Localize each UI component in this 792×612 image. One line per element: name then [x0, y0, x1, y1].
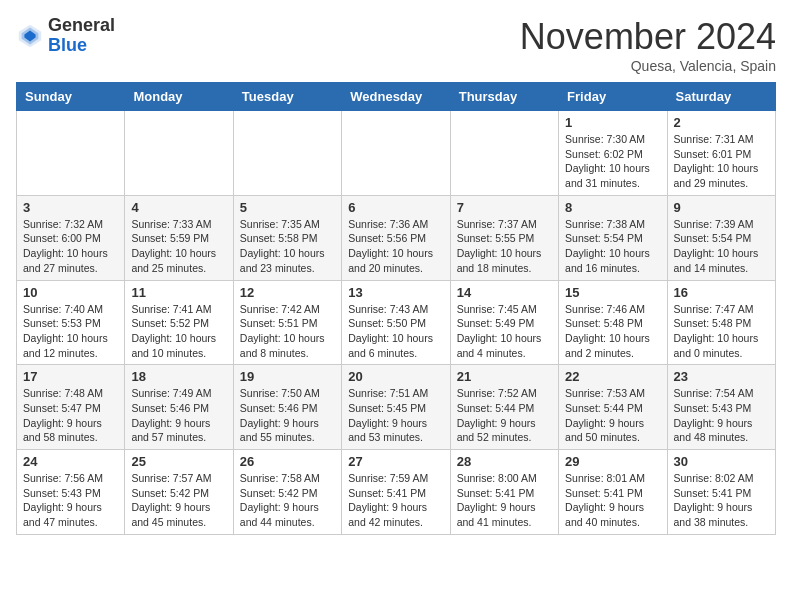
day-info: Sunrise: 7:51 AMSunset: 5:45 PMDaylight:…	[348, 386, 443, 445]
day-number: 4	[131, 200, 226, 215]
calendar-day-cell: 16Sunrise: 7:47 AMSunset: 5:48 PMDayligh…	[667, 280, 775, 365]
calendar-week-row: 10Sunrise: 7:40 AMSunset: 5:53 PMDayligh…	[17, 280, 776, 365]
calendar-day-cell: 3Sunrise: 7:32 AMSunset: 6:00 PMDaylight…	[17, 195, 125, 280]
day-info: Sunrise: 7:47 AMSunset: 5:48 PMDaylight:…	[674, 302, 769, 361]
calendar-day-cell: 27Sunrise: 7:59 AMSunset: 5:41 PMDayligh…	[342, 450, 450, 535]
calendar-week-row: 24Sunrise: 7:56 AMSunset: 5:43 PMDayligh…	[17, 450, 776, 535]
day-of-week-header: Thursday	[450, 83, 558, 111]
day-number: 15	[565, 285, 660, 300]
day-number: 16	[674, 285, 769, 300]
day-number: 26	[240, 454, 335, 469]
day-number: 28	[457, 454, 552, 469]
day-info: Sunrise: 7:30 AMSunset: 6:02 PMDaylight:…	[565, 132, 660, 191]
day-number: 7	[457, 200, 552, 215]
day-info: Sunrise: 7:32 AMSunset: 6:00 PMDaylight:…	[23, 217, 118, 276]
calendar-week-row: 3Sunrise: 7:32 AMSunset: 6:00 PMDaylight…	[17, 195, 776, 280]
day-number: 29	[565, 454, 660, 469]
day-info: Sunrise: 7:56 AMSunset: 5:43 PMDaylight:…	[23, 471, 118, 530]
day-number: 30	[674, 454, 769, 469]
calendar-day-cell: 25Sunrise: 7:57 AMSunset: 5:42 PMDayligh…	[125, 450, 233, 535]
calendar-day-cell: 7Sunrise: 7:37 AMSunset: 5:55 PMDaylight…	[450, 195, 558, 280]
day-of-week-header: Monday	[125, 83, 233, 111]
calendar-week-row: 17Sunrise: 7:48 AMSunset: 5:47 PMDayligh…	[17, 365, 776, 450]
calendar-day-cell: 14Sunrise: 7:45 AMSunset: 5:49 PMDayligh…	[450, 280, 558, 365]
day-info: Sunrise: 7:54 AMSunset: 5:43 PMDaylight:…	[674, 386, 769, 445]
day-info: Sunrise: 7:42 AMSunset: 5:51 PMDaylight:…	[240, 302, 335, 361]
day-info: Sunrise: 7:43 AMSunset: 5:50 PMDaylight:…	[348, 302, 443, 361]
calendar-day-cell: 29Sunrise: 8:01 AMSunset: 5:41 PMDayligh…	[559, 450, 667, 535]
page-header: General Blue November 2024 Quesa, Valenc…	[16, 16, 776, 74]
calendar-table: SundayMondayTuesdayWednesdayThursdayFrid…	[16, 82, 776, 535]
calendar-day-cell: 1Sunrise: 7:30 AMSunset: 6:02 PMDaylight…	[559, 111, 667, 196]
day-number: 18	[131, 369, 226, 384]
calendar-day-cell: 8Sunrise: 7:38 AMSunset: 5:54 PMDaylight…	[559, 195, 667, 280]
day-of-week-header: Saturday	[667, 83, 775, 111]
day-number: 21	[457, 369, 552, 384]
day-info: Sunrise: 7:57 AMSunset: 5:42 PMDaylight:…	[131, 471, 226, 530]
calendar-day-cell: 11Sunrise: 7:41 AMSunset: 5:52 PMDayligh…	[125, 280, 233, 365]
calendar-day-cell: 21Sunrise: 7:52 AMSunset: 5:44 PMDayligh…	[450, 365, 558, 450]
calendar-day-cell: 9Sunrise: 7:39 AMSunset: 5:54 PMDaylight…	[667, 195, 775, 280]
day-of-week-header: Tuesday	[233, 83, 341, 111]
day-number: 2	[674, 115, 769, 130]
calendar-day-cell: 13Sunrise: 7:43 AMSunset: 5:50 PMDayligh…	[342, 280, 450, 365]
calendar-day-cell: 24Sunrise: 7:56 AMSunset: 5:43 PMDayligh…	[17, 450, 125, 535]
day-number: 3	[23, 200, 118, 215]
calendar-day-cell: 10Sunrise: 7:40 AMSunset: 5:53 PMDayligh…	[17, 280, 125, 365]
day-of-week-header: Wednesday	[342, 83, 450, 111]
calendar-day-cell: 22Sunrise: 7:53 AMSunset: 5:44 PMDayligh…	[559, 365, 667, 450]
day-info: Sunrise: 7:45 AMSunset: 5:49 PMDaylight:…	[457, 302, 552, 361]
calendar-day-cell	[342, 111, 450, 196]
day-number: 17	[23, 369, 118, 384]
calendar-day-cell	[125, 111, 233, 196]
day-number: 12	[240, 285, 335, 300]
day-info: Sunrise: 7:59 AMSunset: 5:41 PMDaylight:…	[348, 471, 443, 530]
day-number: 19	[240, 369, 335, 384]
day-info: Sunrise: 7:40 AMSunset: 5:53 PMDaylight:…	[23, 302, 118, 361]
calendar-day-cell: 2Sunrise: 7:31 AMSunset: 6:01 PMDaylight…	[667, 111, 775, 196]
day-info: Sunrise: 7:38 AMSunset: 5:54 PMDaylight:…	[565, 217, 660, 276]
day-number: 27	[348, 454, 443, 469]
day-number: 1	[565, 115, 660, 130]
day-of-week-header: Friday	[559, 83, 667, 111]
month-title: November 2024	[520, 16, 776, 58]
day-info: Sunrise: 8:01 AMSunset: 5:41 PMDaylight:…	[565, 471, 660, 530]
day-info: Sunrise: 7:39 AMSunset: 5:54 PMDaylight:…	[674, 217, 769, 276]
day-number: 6	[348, 200, 443, 215]
logo-icon	[16, 22, 44, 50]
day-number: 20	[348, 369, 443, 384]
day-info: Sunrise: 7:49 AMSunset: 5:46 PMDaylight:…	[131, 386, 226, 445]
location: Quesa, Valencia, Spain	[520, 58, 776, 74]
calendar-day-cell	[450, 111, 558, 196]
day-info: Sunrise: 7:58 AMSunset: 5:42 PMDaylight:…	[240, 471, 335, 530]
calendar-day-cell	[17, 111, 125, 196]
day-info: Sunrise: 7:31 AMSunset: 6:01 PMDaylight:…	[674, 132, 769, 191]
calendar-day-cell: 17Sunrise: 7:48 AMSunset: 5:47 PMDayligh…	[17, 365, 125, 450]
day-info: Sunrise: 7:48 AMSunset: 5:47 PMDaylight:…	[23, 386, 118, 445]
calendar-day-cell: 23Sunrise: 7:54 AMSunset: 5:43 PMDayligh…	[667, 365, 775, 450]
calendar-day-cell: 30Sunrise: 8:02 AMSunset: 5:41 PMDayligh…	[667, 450, 775, 535]
day-number: 24	[23, 454, 118, 469]
day-number: 22	[565, 369, 660, 384]
day-number: 13	[348, 285, 443, 300]
calendar-day-cell: 18Sunrise: 7:49 AMSunset: 5:46 PMDayligh…	[125, 365, 233, 450]
logo-text: General Blue	[48, 16, 115, 56]
day-info: Sunrise: 7:35 AMSunset: 5:58 PMDaylight:…	[240, 217, 335, 276]
calendar-day-cell: 19Sunrise: 7:50 AMSunset: 5:46 PMDayligh…	[233, 365, 341, 450]
calendar-day-cell: 20Sunrise: 7:51 AMSunset: 5:45 PMDayligh…	[342, 365, 450, 450]
day-number: 11	[131, 285, 226, 300]
day-info: Sunrise: 7:36 AMSunset: 5:56 PMDaylight:…	[348, 217, 443, 276]
day-number: 25	[131, 454, 226, 469]
day-number: 9	[674, 200, 769, 215]
title-block: November 2024 Quesa, Valencia, Spain	[520, 16, 776, 74]
day-info: Sunrise: 8:00 AMSunset: 5:41 PMDaylight:…	[457, 471, 552, 530]
day-info: Sunrise: 7:41 AMSunset: 5:52 PMDaylight:…	[131, 302, 226, 361]
day-number: 23	[674, 369, 769, 384]
day-number: 5	[240, 200, 335, 215]
calendar-header-row: SundayMondayTuesdayWednesdayThursdayFrid…	[17, 83, 776, 111]
calendar-day-cell: 12Sunrise: 7:42 AMSunset: 5:51 PMDayligh…	[233, 280, 341, 365]
day-info: Sunrise: 7:46 AMSunset: 5:48 PMDaylight:…	[565, 302, 660, 361]
day-info: Sunrise: 7:53 AMSunset: 5:44 PMDaylight:…	[565, 386, 660, 445]
day-info: Sunrise: 7:50 AMSunset: 5:46 PMDaylight:…	[240, 386, 335, 445]
day-info: Sunrise: 8:02 AMSunset: 5:41 PMDaylight:…	[674, 471, 769, 530]
